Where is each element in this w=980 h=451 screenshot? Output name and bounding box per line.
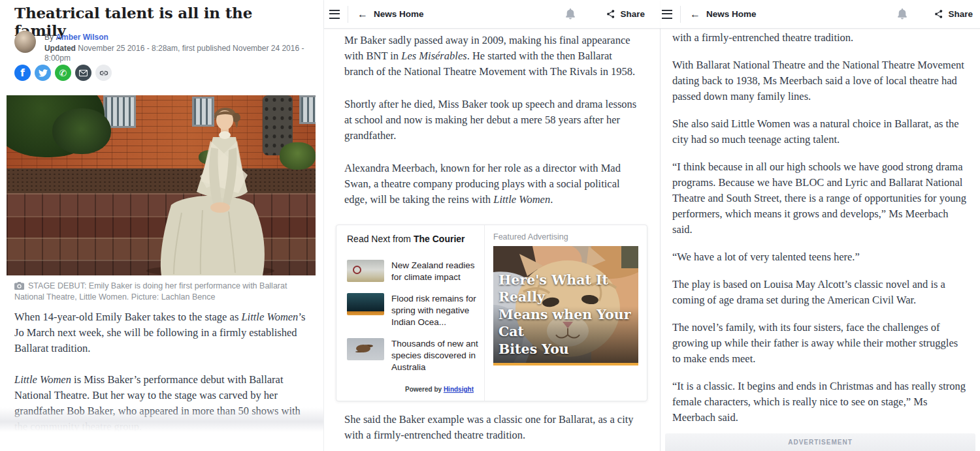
email-icon bbox=[79, 70, 88, 76]
updated-label: Updated bbox=[44, 44, 76, 53]
menu-icon[interactable] bbox=[662, 10, 672, 19]
share-button[interactable]: Share bbox=[934, 9, 973, 19]
featured-advertising-column: Featured Advertising bbox=[484, 225, 647, 401]
article-body-middle: Mr Baker sadly passed away in 2009, maki… bbox=[344, 33, 640, 451]
twitter-icon bbox=[39, 69, 48, 77]
toolbar-divider bbox=[348, 6, 348, 23]
share-button[interactable]: Share bbox=[606, 9, 645, 19]
byline-updated: Updated November 25 2016 - 8:28am, first… bbox=[44, 44, 323, 63]
seated-girl-figure bbox=[7, 95, 316, 275]
cat-ad[interactable]: Here's What It Really Means when Your Ca… bbox=[493, 246, 638, 365]
paragraph: The novel’s family, with its four sister… bbox=[672, 320, 969, 367]
paragraph: “I think because in all our high schools… bbox=[672, 159, 969, 238]
news-home-label: News Home bbox=[374, 9, 424, 19]
paragraph: “It is a classic. It begins and ends in … bbox=[672, 379, 969, 426]
author-link[interactable]: Amber Wilson bbox=[56, 33, 108, 42]
bell-icon bbox=[565, 8, 576, 20]
share-icon bbox=[934, 9, 943, 19]
top-navigation-bar: ← News Home Share bbox=[661, 0, 980, 29]
read-next-item[interactable]: New Zealand readies for climate impact bbox=[347, 260, 480, 283]
paragraph: Shortly after he died, Miss Baker took u… bbox=[344, 97, 640, 144]
advertisement-label: ADVERTISEMENT bbox=[788, 439, 853, 446]
caption-text: STAGE DEBUT: Emily Baker is doing her fi… bbox=[14, 281, 287, 302]
ant-thumbnail bbox=[347, 338, 384, 360]
paragraph: Mr Baker sadly passed away in 2009, maki… bbox=[344, 33, 640, 80]
social-share-row: f ✆ bbox=[14, 65, 112, 81]
advertisement-bar: ADVERTISEMENT bbox=[665, 433, 975, 451]
read-next-source: The Courier bbox=[414, 234, 465, 244]
byline: By Amber Wilson Updated November 25 2016… bbox=[14, 31, 323, 63]
read-next-item[interactable]: Flood risk remains for spring with negat… bbox=[347, 293, 480, 328]
ad-accent-bar bbox=[493, 363, 638, 365]
whatsapp-icon: ✆ bbox=[59, 68, 67, 78]
street-scene-thumbnail bbox=[347, 260, 384, 282]
paragraph: The play is based on Louisa May Alcott’s… bbox=[672, 277, 969, 308]
notifications-button[interactable] bbox=[897, 8, 907, 20]
email-share-button[interactable] bbox=[75, 65, 91, 81]
camera-icon bbox=[14, 282, 24, 290]
scroll-fade-overlay bbox=[0, 407, 323, 433]
paragraph: She also said Little Women was a natural… bbox=[672, 116, 969, 148]
article-panel-middle: ← News Home Share Mr Baker sadly passed … bbox=[323, 0, 661, 451]
article-panel-right: She said the Baker example was a classic… bbox=[660, 0, 980, 451]
news-home-link[interactable]: ← News Home bbox=[357, 9, 424, 20]
share-label: Share bbox=[620, 9, 645, 19]
read-next-column: Read Next from The Courier New Zealand r… bbox=[336, 225, 484, 401]
back-arrow-icon: ← bbox=[690, 9, 700, 20]
ad-label: Featured Advertising bbox=[493, 232, 638, 241]
article-body-right: She said the Baker example was a classic… bbox=[672, 14, 969, 437]
share-label: Share bbox=[948, 9, 973, 19]
paragraph: She said the Baker example was a classic… bbox=[344, 412, 640, 443]
read-next-widget: Read Next from The Courier New Zealand r… bbox=[336, 225, 647, 401]
storm-sky-thumbnail bbox=[347, 293, 384, 315]
facebook-icon: f bbox=[20, 67, 25, 79]
back-arrow-icon: ← bbox=[357, 9, 368, 20]
byline-author-row: By Amber Wilson bbox=[44, 33, 323, 42]
read-next-header: Read Next from The Courier bbox=[347, 234, 480, 244]
article-photo bbox=[7, 95, 316, 275]
twitter-share-button[interactable] bbox=[35, 65, 51, 81]
paragraph: When 14-year-old Emily Baker takes to th… bbox=[14, 309, 314, 356]
author-avatar bbox=[14, 31, 36, 53]
paragraph: “We have a lot of very talented teens he… bbox=[672, 249, 969, 265]
byline-prefix: By bbox=[44, 33, 54, 42]
share-icon bbox=[606, 9, 615, 19]
notifications-button[interactable] bbox=[565, 8, 576, 20]
photo-caption: STAGE DEBUT: Emily Baker is doing her fi… bbox=[14, 281, 310, 303]
facebook-share-button[interactable]: f bbox=[14, 65, 31, 81]
bell-icon bbox=[897, 8, 907, 20]
updated-text: November 25 2016 - 8:28am, first publish… bbox=[44, 44, 304, 63]
toolbar-divider bbox=[680, 6, 681, 23]
hindsight-link[interactable]: Hindsight bbox=[444, 386, 474, 393]
ad-headline: Here's What It Really Means when Your Ca… bbox=[498, 272, 638, 358]
powered-by: Powered by Hindsight bbox=[347, 383, 480, 394]
menu-icon[interactable] bbox=[329, 10, 340, 19]
read-next-list: New Zealand readies for climate impact F… bbox=[347, 260, 480, 383]
paragraph: Alexandra Meerbach, known for her role a… bbox=[344, 161, 640, 208]
whatsapp-share-button[interactable]: ✆ bbox=[55, 65, 71, 81]
copy-link-button[interactable] bbox=[95, 65, 112, 81]
top-navigation-bar: ← News Home Share bbox=[324, 0, 661, 29]
news-home-link[interactable]: ← News Home bbox=[690, 9, 757, 20]
article-panel-left: Theatrical talent is all in the family B… bbox=[0, 0, 323, 451]
paragraph: With Ballarat National Theatre and the N… bbox=[672, 57, 969, 104]
link-icon bbox=[99, 69, 108, 78]
news-home-label: News Home bbox=[706, 9, 757, 19]
read-next-item[interactable]: Thousands of new ant species discovered … bbox=[347, 338, 480, 373]
